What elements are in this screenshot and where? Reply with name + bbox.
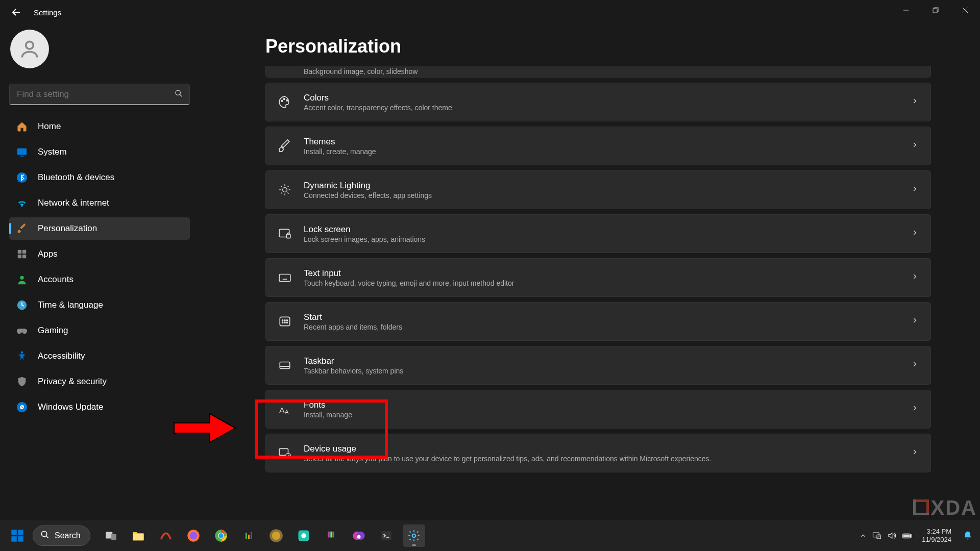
svg-point-72 <box>357 535 360 539</box>
taskbar-app-firefox[interactable] <box>182 524 205 547</box>
taskbar-app-terminal[interactable] <box>375 524 398 547</box>
svg-point-10 <box>17 172 27 183</box>
chevron-right-icon <box>911 317 918 326</box>
system-tray[interactable] <box>860 530 913 541</box>
svg-line-49 <box>46 536 48 538</box>
card-sub: Recent apps and items, folders <box>304 323 911 331</box>
card-title: Device usage <box>304 444 911 454</box>
sidebar-item-personalization[interactable]: Personalization <box>9 217 190 240</box>
sidebar-item-gaming[interactable]: Gaming <box>9 319 190 342</box>
search-input[interactable] <box>9 84 190 105</box>
sidebar-item-apps[interactable]: Apps <box>9 243 190 265</box>
time-label: 3:24 PM <box>922 528 951 536</box>
taskbar-app-chrome[interactable] <box>210 524 232 547</box>
battery-icon[interactable] <box>901 530 913 541</box>
settings-card-dynamic-lighting[interactable]: Dynamic LightingConnected devices, effec… <box>265 170 931 209</box>
svg-text:A: A <box>285 409 289 415</box>
chevron-right-icon <box>911 185 918 194</box>
taskbar-app-taskview[interactable] <box>100 524 122 547</box>
taskbar-app-explorer[interactable] <box>127 524 150 547</box>
chevron-right-icon <box>911 229 918 238</box>
sidebar-item-accessibility[interactable]: Accessibility <box>9 345 190 367</box>
card-title: Themes <box>304 137 911 147</box>
minimize-button[interactable] <box>891 0 921 20</box>
brush-icon <box>278 139 291 153</box>
settings-card-colors[interactable]: ColorsAccent color, transparency effects… <box>265 83 931 121</box>
sidebar-item-time[interactable]: Time & language <box>9 294 190 316</box>
settings-card-background[interactable]: Background image, color, slideshow <box>265 66 931 78</box>
keyboard-icon <box>278 271 291 284</box>
watermark: XDA <box>916 496 977 519</box>
settings-card-taskbar[interactable]: TaskbarTaskbar behaviors, system pins <box>265 346 931 385</box>
volume-icon[interactable] <box>887 531 896 540</box>
svg-rect-8 <box>17 148 27 155</box>
profile[interactable] <box>9 24 190 84</box>
content: Personalization Background image, color,… <box>199 24 980 551</box>
sidebar-item-home[interactable]: Home <box>9 115 190 138</box>
taskbar-app-generic-2[interactable] <box>237 524 260 547</box>
svg-point-22 <box>283 188 287 192</box>
chevron-up-icon[interactable] <box>860 532 867 539</box>
svg-point-35 <box>282 322 283 323</box>
taskbar-app-generic-3[interactable] <box>265 524 287 547</box>
close-button[interactable] <box>950 0 980 20</box>
svg-rect-25 <box>279 274 290 282</box>
sidebar-item-system[interactable]: System <box>9 141 190 163</box>
settings-card-text-input[interactable]: Text inputTouch keyboard, voice typing, … <box>265 258 931 297</box>
svg-point-5 <box>26 41 34 49</box>
svg-point-64 <box>301 533 306 538</box>
svg-rect-12 <box>22 250 26 254</box>
taskbar-app-settings[interactable] <box>403 524 425 547</box>
svg-rect-46 <box>11 536 16 542</box>
settings-card-device-usage[interactable]: Device usageSelect all the ways you plan… <box>265 434 931 472</box>
titlebar: Settings <box>0 0 980 24</box>
svg-point-32 <box>282 320 283 321</box>
taskbar-search[interactable]: Search <box>33 525 90 546</box>
taskbar-app-generic-1[interactable] <box>155 524 177 547</box>
svg-rect-11 <box>18 250 21 254</box>
taskbar-app-generic-4[interactable] <box>292 524 315 547</box>
sidebar-item-bluetooth[interactable]: Bluetooth & devices <box>9 166 190 189</box>
sidebar-item-label: Gaming <box>38 325 68 336</box>
taskbar-app-generic-5[interactable] <box>320 524 342 547</box>
maximize-button[interactable] <box>921 0 950 20</box>
card-title: Taskbar <box>304 356 911 366</box>
sidebar: Home System Bluetooth & devices Network … <box>0 24 199 551</box>
settings-card-fonts[interactable]: AA FontsInstall, manage <box>265 390 931 429</box>
search-box[interactable] <box>9 84 190 105</box>
sidebar-item-label: Apps <box>38 249 58 259</box>
settings-card-themes[interactable]: ThemesInstall, create, manage <box>265 127 931 165</box>
card-sub: Touch keyboard, voice typing, emoji and … <box>304 279 911 287</box>
chevron-right-icon <box>911 405 918 414</box>
settings-card-start[interactable]: StartRecent apps and items, folders <box>265 302 931 341</box>
svg-point-62 <box>272 532 280 540</box>
start-button[interactable] <box>6 524 29 547</box>
sidebar-item-network[interactable]: Network & internet <box>9 192 190 214</box>
start-icon <box>278 315 291 328</box>
sidebar-item-update[interactable]: Windows Update <box>9 396 190 418</box>
svg-rect-47 <box>18 536 23 542</box>
card-title: Text input <box>304 268 911 279</box>
gaming-icon <box>16 325 28 336</box>
tray-monitor-icon[interactable] <box>872 531 882 541</box>
shield-icon <box>16 376 28 387</box>
card-sub: Connected devices, effects, app settings <box>304 191 911 199</box>
settings-card-lock-screen[interactable]: Lock screenLock screen images, apps, ani… <box>265 214 931 253</box>
sidebar-item-privacy[interactable]: Privacy & security <box>9 370 190 393</box>
svg-rect-24 <box>286 234 290 238</box>
svg-line-7 <box>180 94 182 96</box>
sidebar-item-label: Network & internet <box>38 198 109 208</box>
card-sub: Lock screen images, apps, animations <box>304 235 911 243</box>
card-sub: Background image, color, slideshow <box>304 67 918 76</box>
svg-point-17 <box>21 351 23 354</box>
taskbar-app-generic-6[interactable] <box>348 524 370 547</box>
svg-rect-2 <box>933 9 937 13</box>
back-button[interactable] <box>10 6 22 18</box>
svg-rect-79 <box>904 535 910 537</box>
clock[interactable]: 3:24 PM 11/9/2024 <box>922 528 951 544</box>
notifications-button[interactable] <box>960 527 976 545</box>
wifi-icon <box>16 197 28 209</box>
paintbrush-icon <box>16 223 28 234</box>
sidebar-item-accounts[interactable]: Accounts <box>9 268 190 291</box>
device-usage-icon <box>278 446 291 460</box>
